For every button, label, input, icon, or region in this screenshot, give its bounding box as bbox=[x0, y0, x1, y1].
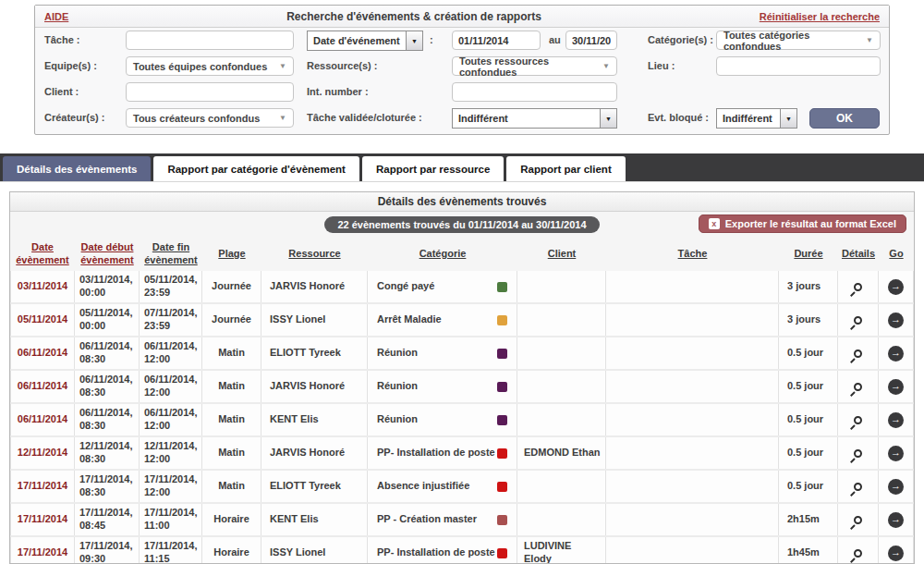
column-header-6[interactable]: Client bbox=[517, 237, 606, 271]
column-header-3[interactable]: Plage bbox=[202, 237, 261, 271]
category-color-swatch bbox=[497, 482, 507, 492]
client-input[interactable] bbox=[126, 82, 294, 102]
tab-2[interactable]: Rapport par ressource bbox=[362, 156, 504, 181]
results-count-badge: 22 évènements trouvés du 01/11/2014 au 3… bbox=[324, 216, 599, 233]
reset-search-link[interactable]: Réinitialiser la recherche bbox=[760, 11, 880, 22]
createurs-dropdown[interactable]: Tous créateurs confondus ▼ bbox=[126, 108, 294, 128]
lieu-input[interactable] bbox=[716, 56, 881, 76]
column-header-7[interactable]: Tâche bbox=[606, 237, 779, 271]
details-magnifier-icon[interactable] bbox=[854, 316, 862, 325]
details-magnifier-icon[interactable] bbox=[854, 349, 862, 358]
column-header-5[interactable]: Catégorie bbox=[368, 237, 517, 271]
tab-0[interactable]: Détails des évènements bbox=[3, 156, 151, 181]
equipes-value: Toutes équipes confondues bbox=[133, 61, 267, 72]
column-header-10[interactable]: Go bbox=[879, 237, 914, 271]
go-arrow-button[interactable]: → bbox=[888, 279, 904, 295]
date-type-select[interactable]: Date d'événement ▼ bbox=[307, 31, 423, 51]
go-cell: → bbox=[879, 404, 914, 435]
event-date-cell: 17/11/2014 bbox=[10, 471, 75, 502]
categorie-cell: Congé payé bbox=[368, 271, 517, 302]
go-arrow-button[interactable]: → bbox=[888, 546, 904, 561]
category-color-swatch bbox=[497, 349, 507, 359]
column-header-4[interactable]: Ressource bbox=[261, 237, 368, 271]
tache-validee-select[interactable]: Indifférent ▼ bbox=[452, 108, 617, 129]
client-cell bbox=[517, 471, 606, 502]
go-cell: → bbox=[879, 337, 914, 369]
category-color-swatch bbox=[497, 382, 507, 392]
end-date-cell: 17/11/2014, 12:00 bbox=[140, 471, 202, 502]
go-arrow-button[interactable]: → bbox=[888, 346, 904, 362]
equipes-dropdown[interactable]: Toutes équipes confondues ▼ bbox=[126, 56, 294, 76]
categorie-cell: Absence injustifiée bbox=[368, 471, 517, 502]
help-link[interactable]: AIDE bbox=[44, 11, 68, 22]
ressources-value: Toutes ressources confondues bbox=[459, 55, 597, 78]
evt-bloque-select[interactable]: Indifférent ▼ bbox=[716, 108, 797, 129]
categories-dropdown[interactable]: Toutes catégories confondues ▼ bbox=[716, 31, 881, 50]
details-cell bbox=[838, 437, 879, 469]
tache-cell bbox=[606, 271, 779, 302]
event-date-cell: 03/11/2014 bbox=[10, 271, 75, 302]
date-type-value: Date d'événement bbox=[308, 35, 406, 46]
category-color-swatch bbox=[497, 548, 507, 558]
client-cell bbox=[517, 304, 606, 336]
details-magnifier-icon[interactable] bbox=[854, 516, 862, 524]
ressources-dropdown[interactable]: Toutes ressources confondues ▼ bbox=[452, 56, 617, 76]
evt-bloque-label: Evt. bloqué : bbox=[648, 112, 709, 123]
categorie-label: Absence injustifiée bbox=[377, 480, 469, 493]
date-to-input[interactable] bbox=[565, 31, 617, 50]
go-arrow-button[interactable]: → bbox=[888, 512, 904, 528]
details-cell bbox=[838, 404, 879, 435]
lieu-label: Lieu : bbox=[648, 60, 675, 71]
start-date-cell: 03/11/2014, 00:00 bbox=[75, 271, 140, 302]
ressources-label: Ressource(s) : bbox=[307, 60, 377, 71]
table-row: 06/11/2014 06/11/2014, 08:30 06/11/2014,… bbox=[10, 337, 914, 371]
details-magnifier-icon[interactable] bbox=[854, 483, 862, 491]
go-arrow-button[interactable]: → bbox=[888, 313, 904, 328]
column-header-2[interactable]: Date fin évènement bbox=[140, 237, 202, 271]
column-header-0[interactable]: Date évènement bbox=[10, 237, 75, 271]
client-cell bbox=[517, 337, 606, 369]
table-row: 17/11/2014 17/11/2014, 08:30 17/11/2014,… bbox=[10, 471, 914, 504]
form-title: Recherche d'événements & création de rap… bbox=[68, 10, 759, 23]
client-cell bbox=[517, 371, 606, 402]
form-body: Tâche : Date d'événement ▼ : au Catégori… bbox=[35, 28, 889, 134]
date-from-input[interactable] bbox=[452, 31, 541, 50]
details-magnifier-icon[interactable] bbox=[854, 449, 862, 458]
column-header-1[interactable]: Date début évènement bbox=[75, 237, 140, 271]
details-magnifier-icon[interactable] bbox=[854, 383, 862, 391]
form-row-3: Client : Int. number : bbox=[35, 80, 889, 105]
details-magnifier-icon[interactable] bbox=[854, 416, 862, 424]
tab-1[interactable]: Rapport par catégorie d'évènement bbox=[153, 156, 359, 181]
duree-cell: 1h45m bbox=[779, 537, 838, 564]
plage-cell: Matin bbox=[202, 371, 261, 402]
go-arrow-button[interactable]: → bbox=[888, 479, 904, 495]
go-arrow-button[interactable]: → bbox=[888, 379, 904, 395]
column-header-9[interactable]: Détails bbox=[838, 237, 879, 271]
categorie-label: PP- Installation de poste bbox=[377, 546, 495, 559]
tab-3[interactable]: Rapport par client bbox=[506, 156, 625, 181]
export-excel-button[interactable]: x Exporter le résultat au format Excel bbox=[699, 215, 906, 233]
go-arrow-button[interactable]: → bbox=[888, 446, 904, 461]
table-row: 06/11/2014 06/11/2014, 08:30 06/11/2014,… bbox=[10, 404, 914, 437]
go-arrow-button[interactable]: → bbox=[888, 412, 904, 428]
form-header: AIDE Recherche d'événements & création d… bbox=[35, 6, 889, 28]
categorie-cell: PP- Installation de poste bbox=[368, 437, 517, 469]
ressource-cell: ISSY Lionel bbox=[261, 537, 368, 564]
categorie-label: Réunion bbox=[377, 413, 418, 426]
event-date-cell: 06/11/2014 bbox=[10, 371, 75, 402]
export-excel-label: Exporter le résultat au format Excel bbox=[725, 218, 896, 229]
ok-button[interactable]: OK bbox=[809, 108, 880, 129]
tache-label: Tâche : bbox=[44, 34, 80, 45]
duree-cell: 2h15m bbox=[779, 504, 838, 535]
tache-input[interactable] bbox=[126, 31, 294, 50]
table-header-row: Date évènementDate début évènementDate f… bbox=[10, 237, 914, 271]
ressource-cell: ISSY Lionel bbox=[261, 304, 368, 336]
column-header-8[interactable]: Durée bbox=[779, 237, 838, 271]
int-number-input[interactable] bbox=[452, 82, 617, 102]
categorie-cell: Réunion bbox=[368, 404, 517, 435]
details-magnifier-icon[interactable] bbox=[854, 549, 862, 558]
table-row: 17/11/2014 17/11/2014, 08:45 17/11/2014,… bbox=[10, 504, 914, 537]
details-magnifier-icon[interactable] bbox=[854, 283, 862, 291]
start-date-cell: 06/11/2014, 08:30 bbox=[75, 371, 140, 402]
search-form-panel: AIDE Recherche d'événements & création d… bbox=[34, 5, 890, 135]
